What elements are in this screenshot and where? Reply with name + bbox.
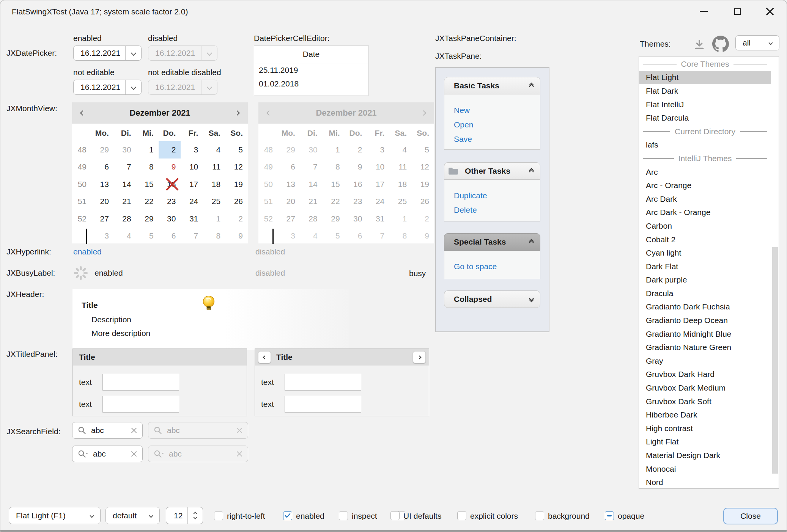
theme-item[interactable]: Arc bbox=[639, 165, 771, 179]
theme-item[interactable]: lafs bbox=[639, 138, 771, 152]
opaque-checkbox[interactable] bbox=[605, 511, 614, 520]
day-cell[interactable]: 4 bbox=[203, 141, 225, 159]
theme-item[interactable]: Gruvbox Dark Soft bbox=[639, 395, 771, 408]
task-link[interactable]: Duplicate bbox=[454, 191, 540, 200]
day-cell[interactable]: 7 bbox=[181, 228, 203, 245]
search-input-value[interactable]: abc bbox=[91, 426, 131, 435]
search-field[interactable]: abc bbox=[72, 422, 143, 439]
theme-item[interactable]: Nord bbox=[639, 476, 771, 489]
taskpane-header[interactable]: Collapsed bbox=[444, 290, 540, 308]
enabled-checkbox[interactable] bbox=[283, 511, 292, 520]
taskpane-header[interactable]: Other Tasks bbox=[444, 162, 540, 180]
day-cell[interactable]: 7 bbox=[114, 159, 136, 176]
day-cell[interactable]: 25 bbox=[203, 193, 225, 210]
day-cell[interactable]: 6 bbox=[91, 159, 114, 176]
day-cell[interactable]: 13 bbox=[91, 176, 114, 193]
day-cell[interactable]: 24 bbox=[181, 193, 203, 210]
inspect-checkbox[interactable] bbox=[339, 511, 348, 520]
table-row[interactable]: 25.11.2019 bbox=[254, 63, 368, 77]
clear-icon[interactable] bbox=[131, 451, 137, 457]
theme-item[interactable]: Flat IntelliJ bbox=[639, 98, 771, 111]
font-size-spinner[interactable]: 12 bbox=[166, 507, 203, 524]
theme-item[interactable]: Flat Darcula bbox=[639, 111, 771, 125]
task-link[interactable]: Go to space bbox=[454, 262, 540, 271]
theme-item[interactable]: Gradianto Deep Ocean bbox=[639, 314, 771, 327]
day-cell[interactable]: 15 bbox=[136, 176, 159, 193]
day-cell[interactable]: 27 bbox=[91, 210, 114, 228]
theme-item[interactable]: Material Design Dark bbox=[639, 449, 771, 462]
day-cell[interactable]: 26 bbox=[225, 193, 248, 210]
day-cell[interactable]: 30 bbox=[159, 210, 181, 228]
theme-item[interactable]: Gruvbox Dark Hard bbox=[639, 368, 771, 381]
next-month-button[interactable] bbox=[227, 102, 248, 124]
datepicker-dropdown-button[interactable] bbox=[125, 46, 141, 60]
text-input[interactable] bbox=[285, 374, 361, 391]
download-themes-button[interactable] bbox=[693, 38, 706, 53]
text-input[interactable] bbox=[102, 396, 179, 413]
day-cell[interactable]: 11 bbox=[203, 159, 225, 176]
table-column-header[interactable]: Date bbox=[254, 46, 368, 63]
minimize-button[interactable] bbox=[691, 0, 716, 22]
taskpane-header[interactable]: Basic Tasks bbox=[444, 77, 540, 94]
task-link[interactable]: Save bbox=[454, 135, 540, 144]
theme-item[interactable]: Arc Dark - Orange bbox=[639, 206, 771, 220]
day-cell[interactable]: 14 bbox=[114, 176, 136, 193]
day-cell[interactable]: 30 bbox=[114, 141, 136, 159]
theme-item[interactable]: Cyan light bbox=[639, 246, 771, 260]
github-button[interactable] bbox=[712, 36, 729, 54]
datepicker-not-editable[interactable]: 16.12.2021 bbox=[73, 80, 142, 95]
day-cell[interactable]: 31 bbox=[181, 210, 203, 228]
theme-item[interactable]: Gradianto Dark Fuchsia bbox=[639, 300, 771, 314]
theme-item[interactable]: Gray bbox=[639, 354, 771, 368]
table-row[interactable]: 01.02.2018 bbox=[254, 77, 368, 91]
datepicker-enabled[interactable]: 16.12.2021 bbox=[73, 46, 142, 61]
day-cell[interactable]: 28 bbox=[114, 210, 136, 228]
theme-item[interactable]: Monocai bbox=[639, 462, 771, 476]
spinner-buttons[interactable] bbox=[187, 507, 203, 524]
maximize-button[interactable] bbox=[725, 0, 750, 22]
day-cell[interactable]: 4 bbox=[114, 228, 136, 245]
theme-item[interactable]: Gruvbox Dark Medium bbox=[639, 381, 771, 395]
theme-item[interactable]: Flat Dark bbox=[639, 84, 771, 98]
theme-item[interactable]: Dracula bbox=[639, 287, 771, 300]
theme-item[interactable]: Carbon bbox=[639, 219, 771, 233]
day-cell[interactable]: 2 bbox=[159, 141, 181, 159]
theme-item[interactable]: Gradianto Nature Green bbox=[639, 341, 771, 354]
text-input[interactable] bbox=[285, 396, 361, 413]
day-cell[interactable]: 16 bbox=[159, 176, 181, 193]
day-cell[interactable]: 21 bbox=[114, 193, 136, 210]
search-menu-icon[interactable] bbox=[78, 450, 88, 458]
day-cell[interactable]: 3 bbox=[91, 228, 114, 245]
theme-item[interactable]: Arc - Orange bbox=[639, 179, 771, 192]
theme-item[interactable]: Arc Dark bbox=[639, 192, 771, 206]
datepicker-value[interactable]: 16.12.2021 bbox=[74, 49, 125, 58]
theme-item[interactable]: Gradianto Midnight Blue bbox=[639, 327, 771, 341]
day-cell[interactable]: 1 bbox=[136, 141, 159, 159]
theme-item[interactable]: Hiberbee Dark bbox=[639, 408, 771, 422]
task-link[interactable]: Delete bbox=[454, 206, 540, 215]
task-link[interactable]: New bbox=[454, 106, 540, 115]
datepicker-dropdown-button[interactable] bbox=[125, 80, 141, 94]
day-cell[interactable]: 2 bbox=[225, 210, 248, 228]
theme-item[interactable]: Cobalt 2 bbox=[639, 233, 771, 246]
day-cell[interactable]: 8 bbox=[203, 228, 225, 245]
theme-item[interactable]: Flat Light bbox=[639, 71, 771, 85]
task-link[interactable]: Open bbox=[454, 120, 540, 129]
search-field-with-menu[interactable]: abc bbox=[72, 446, 143, 462]
hyperlink-enabled[interactable]: enabled bbox=[73, 247, 102, 256]
ui-defaults-checkbox[interactable] bbox=[390, 511, 400, 520]
day-cell[interactable]: 9 bbox=[225, 228, 248, 245]
day-cell[interactable]: 29 bbox=[136, 210, 159, 228]
day-cell[interactable]: 29 bbox=[91, 141, 114, 159]
theme-item[interactable]: Dark Flat bbox=[639, 260, 771, 273]
background-checkbox[interactable] bbox=[535, 511, 544, 520]
prev-month-button[interactable] bbox=[72, 102, 93, 124]
laf-combobox[interactable]: Flat Light (F1) bbox=[9, 507, 101, 524]
day-cell[interactable]: 8 bbox=[136, 159, 159, 176]
day-cell[interactable]: 12 bbox=[225, 159, 248, 176]
day-cell[interactable]: 5 bbox=[225, 141, 248, 159]
close-window-button[interactable] bbox=[757, 0, 782, 22]
day-cell[interactable]: 20 bbox=[91, 193, 114, 210]
close-button[interactable]: Close bbox=[723, 508, 778, 524]
day-cell[interactable]: 3 bbox=[181, 141, 203, 159]
